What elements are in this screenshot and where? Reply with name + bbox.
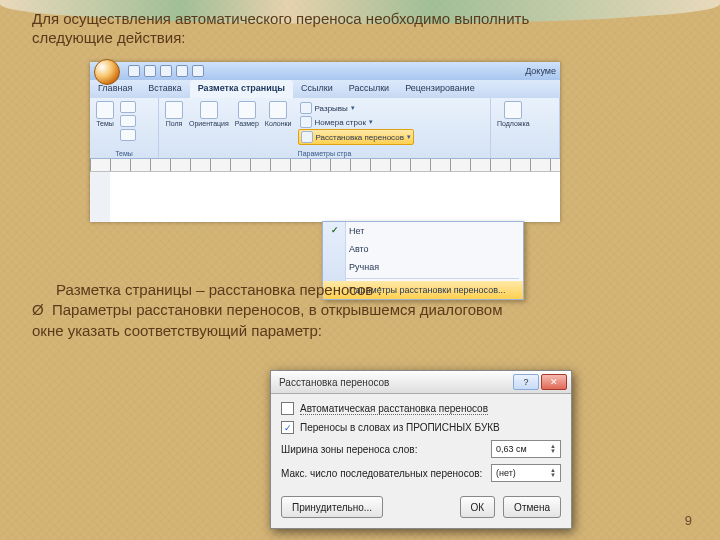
spinner-arrows-icon[interactable]: ▲▼ <box>550 444 556 454</box>
ok-button[interactable]: ОК <box>460 496 496 518</box>
dialog-title-bar[interactable]: Расстановка переносов ? ✕ <box>271 371 571 394</box>
group-themes: Темы Темы <box>90 98 159 158</box>
themes-button[interactable]: Темы <box>96 101 114 127</box>
ribbon: Темы Темы Поля Ориентация <box>90 98 560 159</box>
redo-icon[interactable] <box>160 65 172 77</box>
hyphenation-button[interactable]: Расстановка переносов▾ <box>298 129 414 145</box>
watermark-button[interactable]: Подложка <box>497 101 530 127</box>
print-icon[interactable] <box>176 65 188 77</box>
window-title: Докуме <box>525 66 556 76</box>
tab-home[interactable]: Главная <box>90 80 140 98</box>
tab-page-layout[interactable]: Разметка страницы <box>190 80 293 98</box>
zone-value: 0,63 см <box>496 444 527 454</box>
qat-more-icon[interactable] <box>192 65 204 77</box>
para2-line3: окне указать соответствующий параметр: <box>32 321 690 341</box>
hyphenation-manual[interactable]: Ручная <box>323 258 523 276</box>
bullet-symbol: Ø <box>32 300 52 320</box>
cancel-button[interactable]: Отмена <box>503 496 561 518</box>
page-setup-menu: Разрывы▾ Номера строк▾ Расстановка перен… <box>298 101 414 145</box>
theme-colors-fonts <box>120 101 136 141</box>
group-background: Подложка <box>491 98 560 158</box>
caps-hyphen-row[interactable]: ✓ Переносы в словах из ПРОПИСНЫХ БУКВ <box>281 421 561 434</box>
columns-label: Колонки <box>265 120 292 127</box>
group-page-setup: Поля Ориентация Размер Колонки <box>159 98 491 158</box>
size-button[interactable]: Размер <box>235 101 259 127</box>
max-row: Макс. число последовательных переносов: … <box>281 464 561 482</box>
columns-icon <box>269 101 287 119</box>
hyphenation-none[interactable]: Нет <box>323 222 523 240</box>
dialog-title: Расстановка переносов <box>279 377 389 388</box>
theme-fonts-icon[interactable] <box>120 115 136 127</box>
spinner-arrows-icon[interactable]: ▲▼ <box>550 468 556 478</box>
line-numbers-label: Номера строк <box>315 118 366 127</box>
max-label: Макс. число последовательных переносов: <box>281 468 482 479</box>
intro-line1: Для осуществления автоматического перено… <box>32 10 529 27</box>
auto-hyphen-row[interactable]: Автоматическая расстановка переносов <box>281 402 561 415</box>
line-numbers-button[interactable]: Номера строк▾ <box>298 115 414 129</box>
auto-hyphen-label: Автоматическая расстановка переносов <box>300 403 488 415</box>
zone-input[interactable]: 0,63 см ▲▼ <box>491 440 561 458</box>
hyphenation-auto[interactable]: Авто <box>323 240 523 258</box>
dialog-close-button[interactable]: ✕ <box>541 374 567 390</box>
size-label: Размер <box>235 120 259 127</box>
group-page-setup-label: Параметры стра <box>165 150 484 157</box>
document-area[interactable] <box>90 172 560 222</box>
breaks-label: Разрывы <box>315 104 348 113</box>
tab-insert[interactable]: Вставка <box>140 80 189 98</box>
tab-mailings[interactable]: Рассылки <box>341 80 397 98</box>
dialog-footer: Принудительно... ОК Отмена <box>271 490 571 528</box>
chevron-down-icon: ▾ <box>351 104 355 112</box>
orientation-button[interactable]: Ориентация <box>189 101 229 127</box>
page-number: 9 <box>685 513 692 528</box>
margins-button[interactable]: Поля <box>165 101 183 127</box>
save-icon[interactable] <box>128 65 140 77</box>
margins-label: Поля <box>166 120 183 127</box>
orientation-label: Ориентация <box>189 120 229 127</box>
hyphenation-icon <box>301 131 313 143</box>
zone-label: Ширина зоны переноса слов: <box>281 444 417 455</box>
chevron-down-icon: ▾ <box>369 118 373 126</box>
chevron-down-icon: ▾ <box>407 133 411 141</box>
intro-text: Для осуществления автоматического перено… <box>32 10 690 48</box>
zone-row: Ширина зоны переноса слов: 0,63 см ▲▼ <box>281 440 561 458</box>
theme-colors-icon[interactable] <box>120 101 136 113</box>
caps-hyphen-label: Переносы в словах из ПРОПИСНЫХ БУКВ <box>300 422 500 433</box>
themes-icon <box>96 101 114 119</box>
instruction-text: Разметка страницы – расстановка переносо… <box>32 280 690 341</box>
themes-label: Темы <box>96 120 114 127</box>
orientation-icon <box>200 101 218 119</box>
close-icon: ✕ <box>550 377 558 387</box>
theme-effects-icon[interactable] <box>120 129 136 141</box>
help-icon: ? <box>523 377 528 387</box>
para2-line1: Разметка страницы – расстановка переносо… <box>32 280 690 300</box>
tab-references[interactable]: Ссылки <box>293 80 341 98</box>
ribbon-tabs: Главная Вставка Разметка страницы Ссылки… <box>90 80 560 98</box>
watermark-icon <box>504 101 522 119</box>
word-title-bar: Докуме <box>90 62 560 80</box>
margins-icon <box>165 101 183 119</box>
undo-icon[interactable] <box>144 65 156 77</box>
hyphenation-label: Расстановка переносов <box>316 133 404 142</box>
auto-hyphen-checkbox[interactable] <box>281 402 294 415</box>
force-button[interactable]: Принудительно... <box>281 496 383 518</box>
intro-line2: следующие действия: <box>32 29 185 46</box>
line-numbers-icon <box>300 116 312 128</box>
group-themes-label: Темы <box>96 150 152 157</box>
dialog-body: Автоматическая расстановка переносов ✓ П… <box>271 394 571 490</box>
caps-hyphen-checkbox[interactable]: ✓ <box>281 421 294 434</box>
dialog-help-button[interactable]: ? <box>513 374 539 390</box>
breaks-button[interactable]: Разрывы▾ <box>298 101 414 115</box>
breaks-icon <box>300 102 312 114</box>
watermark-label: Подложка <box>497 120 530 127</box>
word-ribbon-screenshot: Докуме Главная Вставка Разметка страницы… <box>90 62 560 222</box>
size-icon <box>238 101 256 119</box>
max-value: (нет) <box>496 468 516 478</box>
quick-access-toolbar <box>94 63 204 79</box>
horizontal-ruler[interactable] <box>90 159 560 172</box>
dropdown-separator <box>327 278 519 279</box>
max-input[interactable]: (нет) ▲▼ <box>491 464 561 482</box>
columns-button[interactable]: Колонки <box>265 101 292 127</box>
hyphenation-dialog: Расстановка переносов ? ✕ Автоматическая… <box>270 370 572 529</box>
para2-bullet: Параметры расстановки переносов, в откры… <box>52 300 502 320</box>
tab-review[interactable]: Рецензирование <box>397 80 483 98</box>
